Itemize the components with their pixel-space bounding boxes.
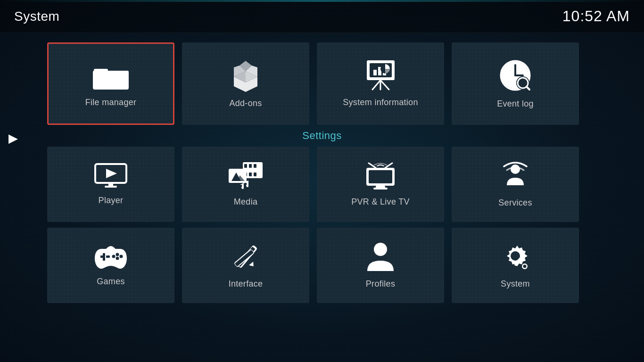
tile-media-label: Media xyxy=(234,197,258,207)
tile-games[interactable]: Games xyxy=(47,228,174,303)
svg-rect-29 xyxy=(254,173,256,176)
tile-add-ons[interactable]: Add-ons xyxy=(182,42,309,125)
svg-rect-22 xyxy=(105,186,117,188)
svg-rect-5 xyxy=(373,70,377,75)
svg-line-10 xyxy=(380,80,389,90)
svg-rect-24 xyxy=(244,164,247,168)
system-icon xyxy=(500,242,531,272)
svg-point-48 xyxy=(112,255,116,258)
svg-line-9 xyxy=(372,80,380,90)
tile-system-label: System xyxy=(501,279,530,289)
settings-row-2: Games Interface xyxy=(47,228,597,303)
tile-profiles-label: Profiles xyxy=(366,279,395,289)
tile-file-manager-label: File manager xyxy=(85,98,137,107)
tile-profiles[interactable]: Profiles xyxy=(317,228,444,303)
tile-services[interactable]: Services xyxy=(452,147,579,222)
player-icon xyxy=(94,163,127,189)
tile-services-label: Services xyxy=(498,198,532,208)
games-icon xyxy=(94,244,128,270)
pvr-live-tv-icon xyxy=(364,162,397,190)
tile-games-label: Games xyxy=(97,277,125,287)
svg-line-18 xyxy=(527,87,529,90)
tile-system-information-label: System information xyxy=(343,98,418,107)
tile-add-ons-label: Add-ons xyxy=(229,99,262,108)
svg-point-54 xyxy=(374,243,387,256)
top-row: File manager xyxy=(47,42,597,125)
svg-line-34 xyxy=(369,163,376,168)
svg-rect-42 xyxy=(106,255,110,258)
tile-player[interactable]: Player xyxy=(47,147,174,222)
tile-event-log[interactable]: Event log xyxy=(452,42,579,125)
services-icon xyxy=(500,161,531,191)
svg-point-45 xyxy=(116,253,119,256)
settings-row-1: Player xyxy=(47,147,597,222)
clock: 10:52 AM xyxy=(562,8,630,25)
page-title: System xyxy=(14,9,59,24)
system-information-icon xyxy=(363,60,398,91)
svg-line-35 xyxy=(385,163,392,168)
svg-rect-37 xyxy=(369,170,392,183)
svg-point-58 xyxy=(523,265,526,268)
file-manager-icon xyxy=(92,60,130,91)
svg-marker-52 xyxy=(248,262,255,268)
svg-rect-25 xyxy=(249,164,252,168)
svg-point-47 xyxy=(116,257,119,260)
tile-system[interactable]: System xyxy=(452,228,579,303)
interface-icon xyxy=(231,242,261,272)
tile-media[interactable]: Media xyxy=(182,147,309,222)
svg-point-46 xyxy=(120,255,123,258)
tile-interface[interactable]: Interface xyxy=(182,228,309,303)
tile-player-label: Player xyxy=(99,196,124,206)
svg-rect-44 xyxy=(103,257,105,261)
add-ons-icon xyxy=(229,59,262,92)
svg-rect-26 xyxy=(254,164,256,168)
tile-system-information[interactable]: System information xyxy=(317,42,444,125)
tile-pvr-live-tv-label: PVR & Live TV xyxy=(351,197,410,207)
tile-pvr-live-tv[interactable]: PVR & Live TV xyxy=(317,147,444,222)
settings-label: Settings xyxy=(47,130,597,142)
profiles-icon xyxy=(366,242,395,272)
svg-rect-43 xyxy=(103,253,105,257)
svg-marker-20 xyxy=(106,169,117,178)
event-log-icon xyxy=(498,58,532,92)
media-icon xyxy=(229,162,263,190)
tile-file-manager[interactable]: File manager xyxy=(47,42,174,125)
tile-interface-label: Interface xyxy=(229,279,263,289)
tile-event-log-label: Event log xyxy=(497,99,534,109)
svg-point-40 xyxy=(511,165,520,174)
svg-rect-39 xyxy=(373,188,388,189)
svg-rect-28 xyxy=(249,173,252,176)
svg-rect-2 xyxy=(93,71,129,74)
